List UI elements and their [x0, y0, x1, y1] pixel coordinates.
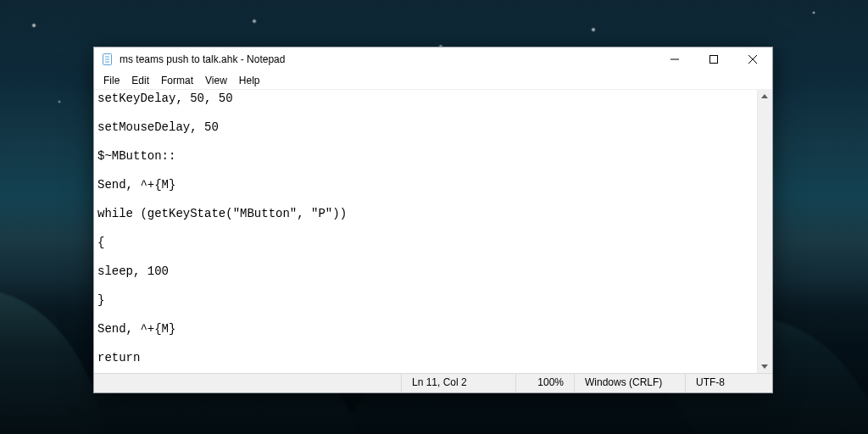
menu-view[interactable]: View — [199, 74, 233, 87]
vertical-scrollbar[interactable] — [757, 90, 772, 373]
status-line-col: Ln 11, Col 2 — [401, 374, 515, 392]
status-zoom[interactable]: 100% — [515, 374, 574, 392]
menu-edit[interactable]: Edit — [125, 74, 155, 87]
svg-rect-5 — [710, 56, 718, 64]
status-bar: Ln 11, Col 2 100% Windows (CRLF) UTF-8 — [94, 373, 772, 392]
desktop-wallpaper: ms teams push to talk.ahk - Notepad File — [0, 0, 868, 434]
maximize-button[interactable] — [694, 47, 733, 71]
status-spacer — [94, 374, 401, 392]
menu-file[interactable]: File — [97, 74, 125, 87]
window-titlebar[interactable]: ms teams push to talk.ahk - Notepad — [94, 47, 772, 72]
notepad-icon — [101, 53, 114, 66]
window-controls — [655, 47, 772, 71]
window-title: ms teams push to talk.ahk - Notepad — [120, 53, 655, 65]
minimize-button[interactable] — [655, 47, 694, 71]
status-encoding: UTF-8 — [685, 374, 772, 392]
close-button[interactable] — [733, 47, 772, 71]
menu-bar: File Edit Format View Help — [94, 72, 772, 90]
menu-format[interactable]: Format — [155, 74, 199, 87]
editor-area: setKeyDelay, 50, 50 setMouseDelay, 50 $~… — [94, 90, 772, 373]
menu-help[interactable]: Help — [233, 74, 266, 87]
notepad-window: ms teams push to talk.ahk - Notepad File — [93, 47, 773, 393]
status-eol: Windows (CRLF) — [574, 374, 685, 392]
text-editor[interactable]: setKeyDelay, 50, 50 setMouseDelay, 50 $~… — [94, 90, 757, 373]
